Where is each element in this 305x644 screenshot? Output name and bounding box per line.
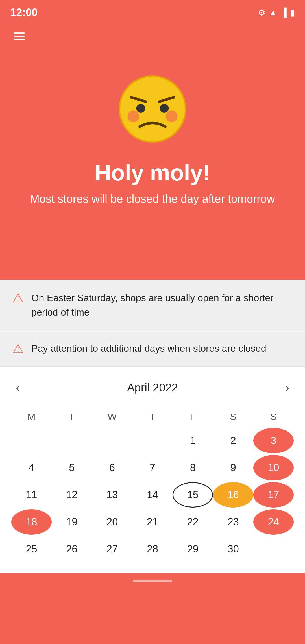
calendar-day — [92, 428, 132, 453]
top-bar — [0, 23, 305, 50]
calendar-day[interactable]: 9 — [213, 455, 253, 480]
calendar-day[interactable]: 18 — [11, 509, 52, 535]
calendar-day[interactable]: 7 — [132, 455, 173, 480]
weekday-sun: S — [253, 408, 294, 425]
next-month-button[interactable]: › — [281, 378, 294, 397]
calendar-day[interactable]: 28 — [132, 536, 173, 562]
wifi-icon: ▲ — [269, 8, 277, 17]
weekday-wed: W — [92, 408, 132, 425]
warning-icon-1: ⚠ — [12, 292, 23, 304]
calendar-month-title: April 2022 — [127, 381, 178, 394]
calendar-day[interactable]: 1 — [173, 428, 213, 453]
prev-month-button[interactable]: ‹ — [11, 378, 24, 397]
warning-text-1: On Easter Saturday, shops are usually op… — [31, 291, 293, 319]
svg-point-4 — [160, 104, 169, 113]
weekday-mon: M — [11, 408, 52, 425]
calendar-weekdays: M T W T F S S — [11, 408, 294, 425]
status-time: 12:00 — [10, 6, 38, 19]
emoji-container — [116, 72, 189, 146]
hero-spacer — [0, 223, 305, 280]
calendar-day[interactable]: 15 — [173, 482, 213, 508]
calendar-day — [11, 428, 52, 453]
calendar-day[interactable]: 26 — [52, 536, 92, 562]
calendar-day[interactable]: 13 — [92, 482, 132, 508]
calendar-day[interactable]: 25 — [11, 536, 52, 562]
menu-button[interactable] — [11, 28, 27, 44]
warning-card-2: ⚠ Pay attention to additional days when … — [0, 330, 305, 367]
weekday-sat: S — [213, 408, 253, 425]
calendar-day[interactable]: 16 — [213, 482, 253, 508]
weekday-thu: T — [132, 408, 173, 425]
calendar-day[interactable]: 29 — [173, 536, 213, 562]
calendar-grid: M T W T F S S 12345678910111213141516171… — [11, 408, 294, 562]
calendar-day[interactable]: 27 — [92, 536, 132, 562]
calendar-day[interactable]: 20 — [92, 509, 132, 535]
calendar-day[interactable]: 2 — [213, 428, 253, 453]
calendar-day[interactable]: 3 — [253, 428, 294, 453]
calendar-day[interactable]: 17 — [253, 482, 294, 508]
bottom-indicator — [133, 580, 172, 582]
calendar-day[interactable]: 5 — [52, 455, 92, 480]
weekday-tue: T — [52, 408, 92, 425]
calendar-day[interactable]: 11 — [11, 482, 52, 508]
status-icons: ⚙ ▲ ▐ ▮ — [258, 8, 295, 18]
calendar-day[interactable]: 22 — [173, 509, 213, 535]
calendar-day[interactable]: 12 — [52, 482, 92, 508]
calendar-day[interactable]: 21 — [132, 509, 173, 535]
calendar-section: ‹ April 2022 › M T W T F S S 12345678910… — [0, 367, 305, 573]
angry-face-emoji — [116, 72, 189, 146]
svg-point-3 — [136, 104, 145, 113]
svg-point-0 — [119, 76, 186, 142]
calendar-day[interactable]: 23 — [213, 509, 253, 535]
calendar-day[interactable]: 19 — [52, 509, 92, 535]
signal-icon: ▐ — [281, 8, 287, 17]
calendar-day[interactable]: 30 — [213, 536, 253, 562]
calendar-day[interactable]: 14 — [132, 482, 173, 508]
battery-icon: ▮ — [290, 8, 295, 18]
calendar-day — [52, 428, 92, 453]
svg-point-6 — [166, 110, 178, 122]
warning-text-2: Pay attention to additional days when st… — [31, 341, 266, 356]
calendar-day — [132, 428, 173, 453]
calendar-day[interactable]: 8 — [173, 455, 213, 480]
warnings-section: ⚠ On Easter Saturday, shops are usually … — [0, 280, 305, 367]
menu-line-1 — [14, 32, 25, 34]
bottom-bar — [0, 573, 305, 589]
calendar-days: 1234567891011121314151617181920212223242… — [11, 428, 294, 562]
hero-title: Holy moly! — [95, 160, 210, 186]
calendar-day[interactable]: 24 — [253, 509, 294, 535]
calendar-day — [253, 536, 294, 562]
settings-icon: ⚙ — [258, 8, 265, 18]
menu-line-2 — [14, 36, 25, 37]
status-bar: 12:00 ⚙ ▲ ▐ ▮ — [0, 0, 305, 23]
warning-card-1: ⚠ On Easter Saturday, shops are usually … — [0, 280, 305, 330]
calendar-day[interactable]: 10 — [253, 455, 294, 480]
hero-section: Holy moly! Most stores will be closed th… — [0, 50, 305, 223]
calendar-day[interactable]: 4 — [11, 455, 52, 480]
hero-subtitle: Most stores will be closed the day after… — [30, 192, 275, 206]
menu-line-3 — [14, 39, 25, 40]
svg-point-5 — [128, 110, 140, 122]
calendar-day[interactable]: 6 — [92, 455, 132, 480]
weekday-fri: F — [173, 408, 213, 425]
calendar-header: ‹ April 2022 › — [11, 375, 294, 400]
warning-icon-2: ⚠ — [12, 342, 23, 355]
